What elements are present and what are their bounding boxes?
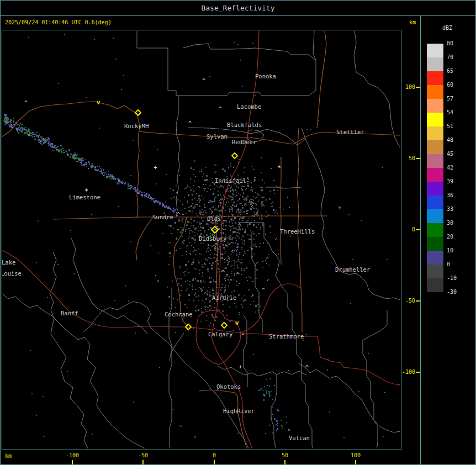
echo-pixel xyxy=(80,162,81,163)
echo-pixel xyxy=(180,295,181,296)
echo-pixel xyxy=(99,166,100,167)
echo-pixel xyxy=(197,200,198,201)
echo-pixel xyxy=(219,249,220,250)
radar-station-diamond-icon xyxy=(135,110,141,115)
echo-pixel xyxy=(158,202,159,203)
echo-pixel xyxy=(96,169,97,170)
radar-map[interactable]: PonokaLacombeBlackfaldsSylvanRedDeerStet… xyxy=(2,30,400,448)
echo-pixel xyxy=(239,159,240,160)
echo-pixel xyxy=(234,265,235,266)
echo-pixel xyxy=(88,168,89,169)
echo-pixel xyxy=(188,210,190,212)
echo-pixel xyxy=(246,267,247,269)
echo-pixel xyxy=(288,429,290,431)
echo-pixel xyxy=(7,120,8,121)
city-label: Ponoka xyxy=(255,73,276,80)
echo-pixel xyxy=(54,146,55,147)
echo-pixel xyxy=(35,134,36,135)
echo-pixel xyxy=(235,242,236,244)
echo-pixel xyxy=(197,204,198,205)
echo-pixel xyxy=(135,189,136,191)
echo-pixel xyxy=(86,166,87,167)
echo-pixel xyxy=(242,235,244,236)
echo-pixel xyxy=(199,221,200,223)
echo-pixel xyxy=(118,180,120,182)
echo-pixel xyxy=(236,232,237,233)
echo-pixel xyxy=(190,190,191,191)
echo-pixel xyxy=(207,270,208,271)
echo-pixel xyxy=(183,272,184,273)
echo-pixel xyxy=(237,236,238,237)
echo-pixel xyxy=(204,263,205,265)
echo-pixel xyxy=(36,262,37,263)
echo-pixel xyxy=(28,128,29,129)
colorbar-tick-label: 60 xyxy=(447,82,472,88)
echo-pixel xyxy=(81,162,82,163)
echo-pixel xyxy=(187,202,188,203)
echo-pixel xyxy=(184,208,186,209)
echo-pixel xyxy=(162,205,163,207)
caret-marker-icon: ^ xyxy=(241,333,245,339)
road-line xyxy=(317,31,326,128)
echo-pixel xyxy=(239,283,240,284)
echo-pixel xyxy=(18,129,19,130)
echo-pixel xyxy=(267,257,268,258)
echo-pixel xyxy=(218,263,219,265)
city-label: Sundre xyxy=(152,214,173,220)
echo-pixel xyxy=(208,247,209,249)
echo-pixel xyxy=(253,234,255,235)
echo-pixel xyxy=(247,280,248,281)
echo-pixel xyxy=(191,263,193,265)
echo-pixel xyxy=(167,208,168,209)
echo-pixel xyxy=(176,250,177,251)
echo-pixel xyxy=(212,262,214,264)
echo-pixel xyxy=(229,221,230,223)
echo-pixel xyxy=(216,223,218,224)
echo-pixel xyxy=(72,156,74,158)
echo-pixel xyxy=(82,165,83,166)
echo-pixel xyxy=(184,274,186,276)
echo-pixel xyxy=(250,230,251,231)
echo-pixel xyxy=(247,185,249,187)
echo-pixel xyxy=(184,304,186,305)
echo-pixel xyxy=(169,252,171,254)
echo-pixel xyxy=(241,274,242,275)
echo-pixel xyxy=(247,224,248,225)
echo-pixel xyxy=(241,211,242,212)
echo-pixel xyxy=(61,149,62,150)
echo-pixel xyxy=(187,184,188,186)
echo-pixel xyxy=(131,187,133,188)
echo-pixel xyxy=(133,401,134,403)
echo-pixel xyxy=(255,198,256,199)
colorbar-tick-label: 54 xyxy=(447,109,472,116)
echo-pixel xyxy=(205,188,206,189)
echo-pixel xyxy=(250,247,251,248)
echo-pixel xyxy=(306,334,307,335)
caret-marker-icon: ^ xyxy=(262,287,265,293)
echo-pixel xyxy=(236,253,237,255)
echo-pixel xyxy=(199,270,200,271)
echo-pixel xyxy=(241,189,242,190)
echo-pixel xyxy=(236,186,237,187)
colorbar-tick-label: 33 xyxy=(447,206,472,213)
echo-pixel xyxy=(282,427,283,429)
echo-pixel xyxy=(250,199,251,200)
echo-pixel xyxy=(247,210,248,211)
echo-pixel xyxy=(17,131,18,132)
echo-pixel xyxy=(203,281,204,282)
echo-pixel xyxy=(117,178,118,179)
echo-pixel xyxy=(206,315,207,316)
echo-pixel xyxy=(65,150,66,151)
echo-pixel xyxy=(269,395,270,397)
echo-pixel xyxy=(258,390,260,391)
echo-pixel xyxy=(250,239,251,240)
echo-pixel xyxy=(224,268,225,269)
colorbar-swatch xyxy=(427,237,443,251)
echo-pixel xyxy=(255,246,256,247)
echo-pixel xyxy=(25,130,27,131)
echo-pixel xyxy=(245,253,246,254)
echo-pixel xyxy=(215,261,216,262)
echo-pixel xyxy=(214,328,215,329)
bottom-axis-tick-mark xyxy=(355,460,356,464)
echo-pixel xyxy=(204,302,205,303)
